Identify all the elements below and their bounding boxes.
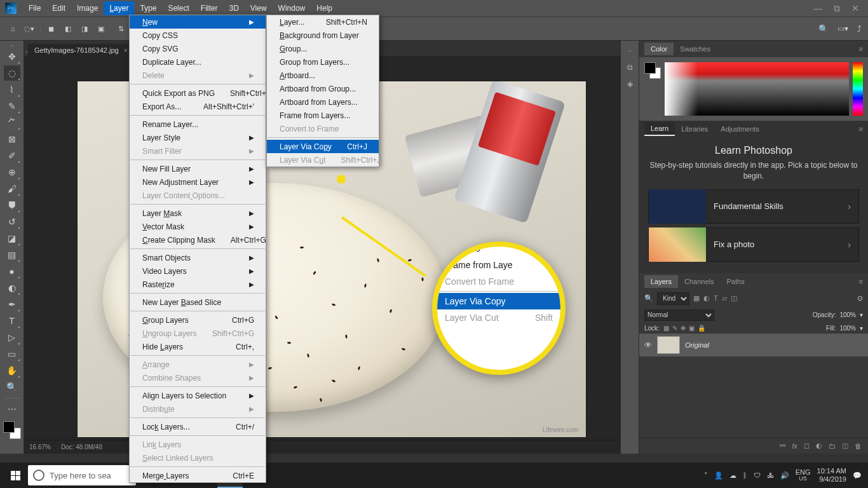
history-brush-tool[interactable]: ↺ <box>4 214 20 229</box>
menu-item[interactable]: Export As...Alt+Shift+Ctrl+' <box>130 100 266 113</box>
type-tool[interactable]: T <box>4 313 20 329</box>
hand-tool[interactable]: ✋ <box>4 363 20 378</box>
swap-dimensions-icon[interactable]: ⇅ <box>115 22 128 35</box>
menu-item[interactable]: Merge LayersCtrl+E <box>130 469 266 482</box>
lock-artboard-icon[interactable]: ▣ <box>689 325 695 332</box>
search-icon[interactable]: 🔍 <box>818 24 829 34</box>
filter-adjustment-icon[interactable]: ◐ <box>703 294 710 302</box>
volume-icon[interactable]: 🔊 <box>780 471 789 480</box>
menu-3d[interactable]: 3D <box>223 1 244 15</box>
menu-type[interactable]: Type <box>134 1 162 15</box>
opacity-value[interactable]: 100% <box>839 311 856 318</box>
layer-filter-select[interactable]: Kind <box>657 292 689 305</box>
learn-card-fix-photo[interactable]: Fix a photo › <box>648 227 859 262</box>
menu-item[interactable]: Quick Export as PNGShift+Ctrl+' <box>130 86 266 100</box>
lock-brush-icon[interactable]: ✎ <box>672 325 677 332</box>
menu-item[interactable]: Align Layers to Selection▶ <box>130 389 266 402</box>
crop-tool[interactable]: ⺈ <box>4 115 20 130</box>
fill-value[interactable]: 100% <box>839 325 856 332</box>
menu-item[interactable]: Duplicate Layer... <box>130 55 266 69</box>
layer-row[interactable]: 👁 Original <box>639 334 868 356</box>
lasso-tool[interactable]: ⌇ <box>4 82 20 97</box>
menu-item[interactable]: Group from Layers... <box>267 55 379 69</box>
tab-libraries[interactable]: Libraries <box>675 123 714 135</box>
menu-item[interactable]: Lock Layers...Ctrl+/ <box>130 420 266 433</box>
stamp-tool[interactable]: ⛊ <box>4 198 20 213</box>
tray-clock[interactable]: 10:14 AM9/4/2019 <box>817 467 846 484</box>
restore-icon[interactable]: ⧉ <box>834 3 840 14</box>
menu-view[interactable]: View <box>245 1 273 15</box>
brush-tool[interactable]: 🖌 <box>4 181 20 196</box>
tab-close-icon[interactable]: × <box>124 47 128 54</box>
tab-channels[interactable]: Channels <box>678 275 720 288</box>
selection-subtract-icon[interactable]: ◨ <box>78 22 91 35</box>
selection-new-icon[interactable]: ◼ <box>45 22 58 35</box>
menu-item[interactable]: Artboard from Layers... <box>267 95 379 109</box>
menu-item[interactable]: Group LayersCtrl+G <box>130 313 266 327</box>
filter-pixel-icon[interactable]: ▦ <box>693 294 700 302</box>
menu-item[interactable]: Vector Mask▶ <box>130 220 266 233</box>
link-layers-icon[interactable]: ⚯ <box>780 442 785 450</box>
menu-help[interactable]: Help <box>311 1 338 15</box>
new-group-icon[interactable]: 🗀 <box>829 442 836 450</box>
lock-pixels-icon[interactable]: ▦ <box>663 325 669 332</box>
menu-image[interactable]: Image <box>71 1 104 15</box>
filter-shape-icon[interactable]: ▱ <box>722 294 727 302</box>
new-adjustment-icon[interactable]: ◐ <box>816 442 822 450</box>
panel-menu-icon[interactable]: ≡ <box>859 278 863 285</box>
menu-item[interactable]: Rasterize▶ <box>130 278 266 291</box>
move-tool[interactable]: ✥ <box>4 49 20 64</box>
menu-item[interactable]: Video Layers▶ <box>130 264 266 278</box>
quick-select-tool[interactable]: ✎ <box>4 98 20 114</box>
menu-item[interactable]: New▶ <box>130 15 266 29</box>
home-icon[interactable]: ⌂ <box>6 22 19 35</box>
panel-menu-icon[interactable]: ≡ <box>859 125 863 133</box>
filter-type-icon[interactable]: T <box>714 294 718 302</box>
menu-item[interactable]: Layer Mask▶ <box>130 207 266 220</box>
menu-layer[interactable]: Layer <box>104 1 134 15</box>
menu-item[interactable]: New Layer Based Slice <box>130 295 266 309</box>
pen-tool[interactable]: ✒ <box>4 297 20 312</box>
tools-handle-icon[interactable]: ›› <box>6 43 18 47</box>
healing-tool[interactable]: ⊕ <box>4 165 20 180</box>
tab-color[interactable]: Color <box>644 43 674 55</box>
frame-tool[interactable]: ⊠ <box>4 132 20 147</box>
workspace-icon[interactable]: ▭▾ <box>837 24 848 33</box>
properties-panel-icon[interactable]: ◈ <box>623 78 636 90</box>
filter-smart-icon[interactable]: ◫ <box>731 294 737 302</box>
filter-toggle-icon[interactable]: ⊙ <box>857 294 863 302</box>
blur-tool[interactable]: ● <box>4 264 20 279</box>
selection-add-icon[interactable]: ◧ <box>62 22 74 35</box>
dodge-tool[interactable]: ◐ <box>4 280 20 295</box>
menu-item[interactable]: Artboard... <box>267 69 379 82</box>
menu-item[interactable]: Background from Layer <box>267 29 379 42</box>
menu-item[interactable]: New Adjustment Layer▶ <box>130 175 266 189</box>
menu-item[interactable]: Copy CSS <box>130 29 266 42</box>
lock-position-icon[interactable]: ✥ <box>681 325 686 332</box>
path-select-tool[interactable]: ▷ <box>4 330 20 345</box>
menu-item[interactable]: Group... <box>267 42 379 55</box>
cloud-icon[interactable]: ☁ <box>729 471 736 480</box>
bluetooth-icon[interactable]: ᛒ <box>743 471 747 479</box>
edit-toolbar-icon[interactable]: ⋯ <box>4 402 20 417</box>
lock-all-icon[interactable]: 🔒 <box>698 325 705 332</box>
tab-learn[interactable]: Learn <box>644 122 675 136</box>
marquee-preset-icon[interactable]: ◌▾ <box>23 22 36 35</box>
close-icon[interactable]: ✕ <box>851 3 859 14</box>
layer-name[interactable]: Original <box>685 341 709 349</box>
color-picker[interactable] <box>639 57 868 121</box>
start-button[interactable] <box>4 464 27 487</box>
tray-overflow-icon[interactable]: ˄ <box>704 471 708 480</box>
zoom-tool[interactable]: 🔍 <box>4 379 20 395</box>
taskbar-search[interactable]: Type here to sea <box>28 465 136 485</box>
rectangle-tool[interactable]: ▭ <box>4 346 20 362</box>
eyedropper-tool[interactable]: ✐ <box>4 148 20 163</box>
people-icon[interactable]: 👤 <box>714 471 723 480</box>
menu-file[interactable]: File <box>23 1 46 15</box>
delete-layer-icon[interactable]: 🗑 <box>855 442 862 450</box>
menu-item[interactable]: Rename Layer... <box>130 118 266 131</box>
menu-item[interactable]: New Fill Layer▶ <box>130 162 266 175</box>
tab-paths[interactable]: Paths <box>721 275 751 288</box>
learn-card-fundamental[interactable]: Fundamental Skills › <box>648 189 859 224</box>
menu-item[interactable]: Layer Style▶ <box>130 131 266 144</box>
